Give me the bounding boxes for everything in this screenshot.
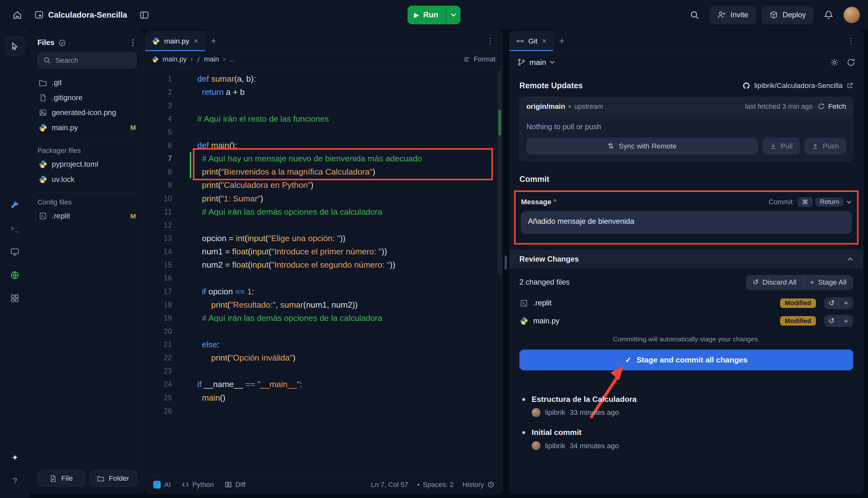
file-row-uv.lock[interactable]: uv.lock	[31, 172, 144, 187]
deploy-button[interactable]: Deploy	[762, 6, 814, 25]
layout-toggle-button[interactable]	[135, 6, 154, 25]
repl-title[interactable]: Calculadora-Sencilla	[30, 6, 131, 25]
tab-git[interactable]: Git ×	[510, 31, 553, 51]
code-line[interactable]: 5	[145, 126, 502, 139]
commit-history-item[interactable]: Estructura de la Calculadoralipibrik33 m…	[520, 395, 853, 417]
webview-button[interactable]	[6, 266, 25, 285]
stage-all-button[interactable]: + Stage All	[803, 275, 853, 290]
code-line[interactable]: 24if __name__ == "__main__":	[145, 378, 502, 391]
code-line[interactable]: 14 num1 = float(input("Introduce el prim…	[145, 245, 502, 258]
run-button[interactable]: ▶ Run	[408, 6, 446, 25]
notifications-button[interactable]	[819, 6, 838, 25]
code-line[interactable]: 4# Aquí irán el resto de las funciones	[145, 112, 502, 126]
search-button[interactable]	[685, 6, 704, 25]
push-button[interactable]: Push	[804, 138, 846, 155]
code-line[interactable]: 21 else:	[145, 338, 502, 351]
github-repo-link[interactable]: lipibrik/Calculadora-Sencilla	[742, 81, 853, 90]
new-tab-button[interactable]: +	[205, 33, 222, 50]
code-line[interactable]: 2 return a + b	[145, 86, 502, 99]
code-line[interactable]: 16	[145, 271, 502, 285]
stage-file-button[interactable]: +	[839, 315, 853, 327]
resize-grip[interactable]	[504, 255, 507, 270]
branch-selector[interactable]: main	[529, 58, 555, 67]
breadcrumb-symbol[interactable]: main	[204, 55, 219, 63]
file-row-.gitignore[interactable]: .gitignore	[31, 90, 144, 105]
editor-scrollbar[interactable]	[498, 70, 501, 275]
diff-button[interactable]: Diff	[225, 481, 246, 489]
code-line[interactable]: 18 print("Resultado:", sumar(num1, num2)…	[145, 298, 502, 311]
code-line[interactable]: 23	[145, 364, 502, 378]
code-editor[interactable]: 1def sumar(a, b):2 return a + b34# Aquí …	[145, 68, 502, 476]
file-search[interactable]	[38, 52, 137, 69]
breadcrumb-more[interactable]: ...	[229, 55, 235, 63]
tools-button[interactable]	[6, 196, 25, 215]
code-line[interactable]: 12	[145, 219, 502, 232]
discard-all-button[interactable]: ↺ Discard All	[746, 275, 803, 290]
code-line[interactable]: 13 opcion = int(input("Elige una opción:…	[145, 232, 502, 245]
invite-button[interactable]: Invite	[709, 6, 756, 25]
indentation-setting[interactable]: • Spaces: 2	[417, 481, 453, 489]
file-row-.git[interactable]: .git	[31, 75, 144, 90]
file-search-input[interactable]	[55, 56, 144, 65]
fetch-button[interactable]: Fetch	[818, 102, 846, 110]
code-line[interactable]: 3	[145, 99, 502, 112]
commit-options-button[interactable]	[846, 200, 852, 204]
code-line[interactable]: 22 print("Opción inválida")	[145, 351, 502, 364]
files-menu-button[interactable]: ⋮	[129, 38, 137, 48]
new-folder-button[interactable]: Folder	[90, 470, 137, 487]
discard-file-button[interactable]: ↺	[824, 315, 839, 327]
stage-and-commit-button[interactable]: ✓ Stage and commit all changes	[520, 350, 853, 371]
code-line[interactable]: 8 print("Bienvenidos a la magnífica Calc…	[145, 165, 502, 179]
code-line[interactable]: 1def sumar(a, b):	[145, 72, 502, 86]
editor-menu-button[interactable]: ⋮	[482, 36, 498, 46]
code-line[interactable]: 15 num2 = float(input("Introduce el segu…	[145, 258, 502, 271]
file-row-generated-icon.png[interactable]: generated-icon.png	[31, 105, 144, 120]
new-file-button[interactable]: File	[38, 470, 85, 487]
cursor-position[interactable]: Ln 7, Col 57	[371, 481, 408, 489]
format-button[interactable]: Format	[463, 55, 496, 63]
run-dropdown-button[interactable]	[446, 6, 460, 25]
file-row-pyproject.toml[interactable]: pyproject.toml	[31, 157, 144, 172]
code-line[interactable]: 26	[145, 404, 502, 418]
help-button[interactable]: ?	[6, 472, 25, 490]
stage-file-button[interactable]: +	[839, 297, 853, 310]
new-tab-button[interactable]: +	[553, 33, 570, 50]
ai-status-button[interactable]: AI	[153, 481, 171, 489]
language-status-button[interactable]: Python	[182, 481, 214, 489]
code-line[interactable]: 6def main():	[145, 139, 502, 152]
discard-file-button[interactable]: ↺	[824, 297, 839, 310]
code-line[interactable]: 17 if opcion == 1:	[145, 285, 502, 298]
pane-resize-handle[interactable]	[502, 31, 509, 494]
commit-message-input[interactable]: Añadido mensaje de bienvenida	[521, 211, 852, 234]
changed-file-row[interactable]: main.pyModified↺+	[520, 312, 853, 330]
code-line[interactable]: 7 # Aquí hay un mensaje nuevo de bienven…	[145, 152, 502, 165]
git-refresh-button[interactable]	[846, 58, 855, 67]
ai-sparkle-button[interactable]: ✦	[6, 448, 25, 467]
git-settings-button[interactable]	[830, 58, 839, 67]
file-row-main.py[interactable]: main.pyM	[31, 120, 144, 135]
hidden-files-toggle[interactable]	[58, 39, 66, 47]
code-line[interactable]: 11 # Aquí irán las demás opciones de la …	[145, 205, 502, 219]
code-line[interactable]: 19 # Aquí irán las demás opciones de la …	[145, 311, 502, 325]
close-tab-button[interactable]: ×	[194, 37, 198, 45]
home-button[interactable]	[8, 6, 27, 25]
changed-file-row[interactable]: .replitModified↺+	[520, 294, 853, 312]
file-row-.replit[interactable]: .replitM	[31, 209, 144, 223]
code-line[interactable]: 9 print("Calculadora en Python")	[145, 179, 502, 192]
shell-button[interactable]: >_	[6, 219, 25, 238]
apps-button[interactable]	[6, 289, 25, 308]
code-line[interactable]: 25 main()	[145, 391, 502, 404]
pointer-tool-button[interactable]	[6, 37, 25, 55]
git-panel-menu-button[interactable]: ⋮	[843, 36, 858, 46]
code-line[interactable]: 10 print("1: Sumar")	[145, 192, 502, 205]
code-line[interactable]: 20	[145, 325, 502, 338]
console-button[interactable]	[6, 243, 25, 261]
pull-button[interactable]: Pull	[762, 138, 800, 155]
sync-with-remote-button[interactable]: ⇅ Sync with Remote	[526, 138, 758, 155]
commit-history-item[interactable]: Initial commitlipibrik34 minutes ago	[520, 428, 853, 450]
close-tab-button[interactable]: ×	[542, 37, 546, 45]
breadcrumb-file[interactable]: main.py	[162, 55, 187, 63]
review-changes-header[interactable]: Review Changes	[510, 250, 863, 268]
history-button[interactable]: History	[462, 481, 495, 489]
tab-main-py[interactable]: main.py ×	[145, 31, 205, 51]
